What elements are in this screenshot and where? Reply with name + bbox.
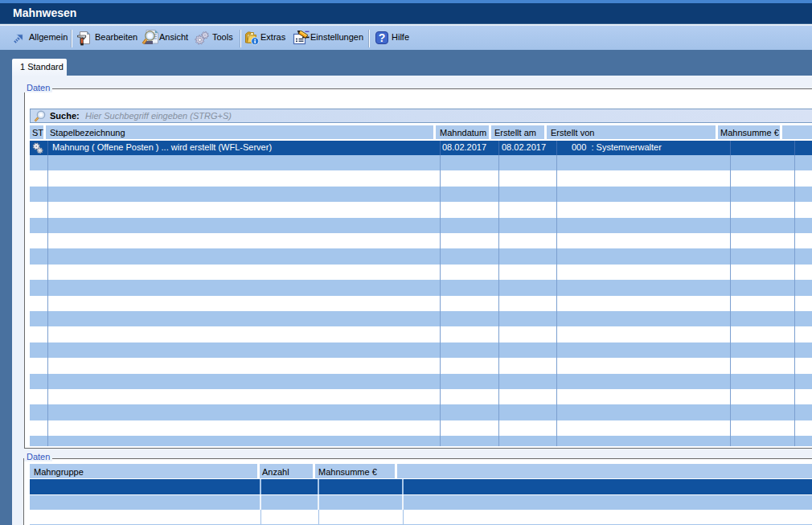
svg-text:?: ? (379, 31, 386, 44)
